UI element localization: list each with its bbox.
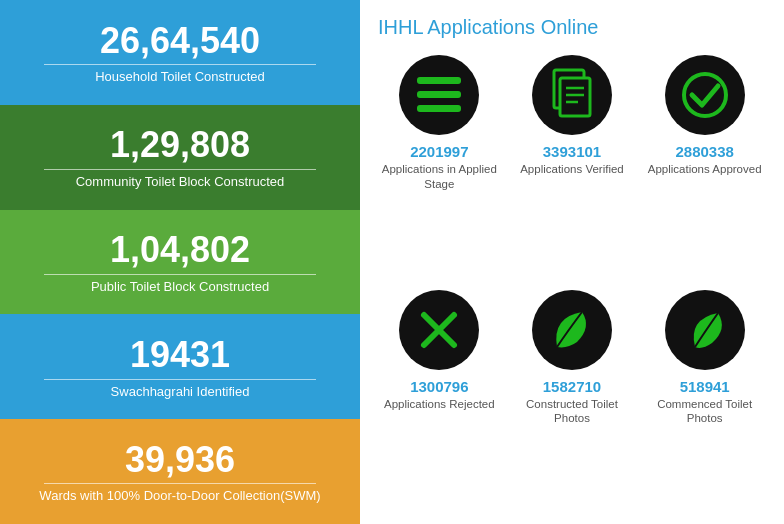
svg-rect-1 (417, 91, 461, 98)
icon-desc-1: Applications Verified (520, 162, 624, 177)
stat-number-3: 19431 (130, 335, 230, 375)
stat-card-0: 26,64,540 Household Toilet Constructed (0, 0, 360, 105)
stat-label-2: Public Toilet Block Constructed (91, 279, 269, 294)
stat-number-1: 1,29,808 (110, 125, 250, 165)
icon-desc-3: Applications Rejected (384, 397, 495, 412)
stat-label-4: Wards with 100% Door-to-Door Collection(… (39, 488, 320, 503)
icon-circle-1 (532, 55, 612, 135)
left-panel: 26,64,540 Household Toilet Constructed 1… (0, 0, 360, 524)
icon-item-4: 1582710 Constructed Toilet Photos (511, 290, 634, 509)
svg-rect-2 (417, 105, 461, 112)
stat-number-2: 1,04,802 (110, 230, 250, 270)
stat-label-3: Swachhagrahi Identified (111, 384, 250, 399)
icon-desc-0: Applications in Applied Stage (378, 162, 501, 192)
stat-number-4: 39,936 (125, 440, 235, 480)
icon-circle-0 (399, 55, 479, 135)
right-title: IHHL Applications Online (378, 16, 766, 39)
icon-desc-5: Commenced Toilet Photos (643, 397, 766, 427)
icon-item-5: 518941 Commenced Toilet Photos (643, 290, 766, 509)
stat-card-4: 39,936 Wards with 100% Door-to-Door Coll… (0, 419, 360, 524)
svg-rect-0 (417, 77, 461, 84)
icons-grid: 2201997 Applications in Applied Stage 33… (378, 55, 766, 508)
icon-circle-2 (665, 55, 745, 135)
stat-label-1: Community Toilet Block Constructed (76, 174, 285, 189)
stat-card-3: 19431 Swachhagrahi Identified (0, 314, 360, 419)
stat-card-2: 1,04,802 Public Toilet Block Constructed (0, 210, 360, 315)
stat-card-1: 1,29,808 Community Toilet Block Construc… (0, 105, 360, 210)
icon-value-4: 1582710 (543, 378, 601, 395)
stat-number-0: 26,64,540 (100, 21, 260, 61)
icon-desc-4: Constructed Toilet Photos (511, 397, 634, 427)
icon-circle-4 (532, 290, 612, 370)
svg-rect-7 (560, 78, 590, 116)
icon-item-2: 2880338 Applications Approved (643, 55, 766, 274)
icon-value-1: 3393101 (543, 143, 601, 160)
icon-desc-2: Applications Approved (648, 162, 762, 177)
icon-value-0: 2201997 (410, 143, 468, 160)
icon-value-5: 518941 (680, 378, 730, 395)
stat-label-0: Household Toilet Constructed (95, 69, 265, 84)
icon-item-1: 3393101 Applications Verified (511, 55, 634, 274)
icon-circle-3 (399, 290, 479, 370)
icon-value-3: 1300796 (410, 378, 468, 395)
right-panel: IHHL Applications Online 2201997 Applica… (360, 0, 784, 524)
icon-circle-5 (665, 290, 745, 370)
icon-item-0: 2201997 Applications in Applied Stage (378, 55, 501, 274)
icon-value-2: 2880338 (675, 143, 733, 160)
icon-item-3: 1300796 Applications Rejected (378, 290, 501, 509)
